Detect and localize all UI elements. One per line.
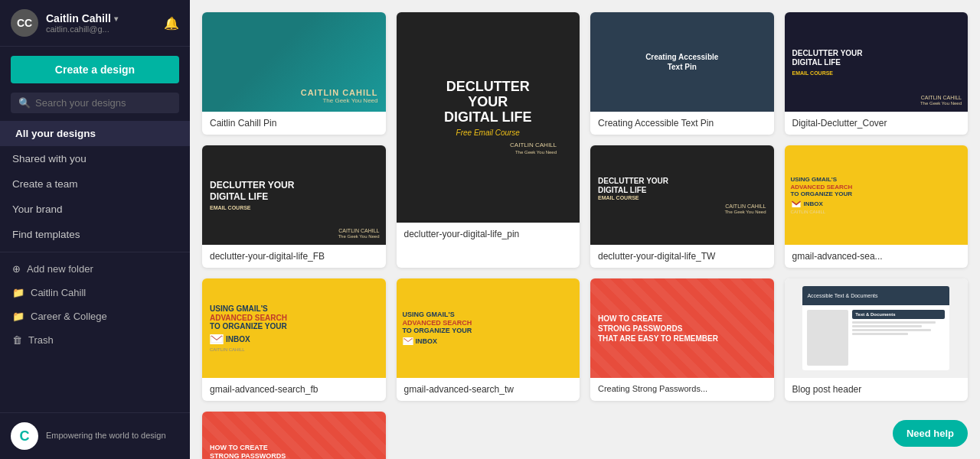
user-email: caitlin.cahill@g... — [46, 24, 158, 34]
design-card-accessible-text[interactable]: Creating AccessibleText Pin Creating Acc… — [590, 12, 774, 135]
main-content: CAITLIN CAHILL The Geek You Need Caitlin… — [190, 0, 980, 459]
sidebar-nav: All your designs Shared with you Create … — [0, 121, 190, 412]
dropdown-arrow-icon[interactable]: ▾ — [114, 15, 118, 23]
sidebar-item-caitlin-cahill[interactable]: 📁 Caitlin Cahill — [0, 281, 190, 304]
design-card-label: Creating Accessible Text Pin — [590, 112, 774, 135]
design-card-declutter-tw[interactable]: DECLUTTER YOURDIGITAL LIFE EMAIL COURSE … — [590, 145, 774, 268]
notification-bell-icon[interactable]: 🔔 — [164, 16, 179, 31]
trash-icon: 🗑 — [12, 334, 22, 346]
footer-tagline: Empowering the world to design — [46, 430, 166, 441]
sidebar-item-career-college[interactable]: 📁 Career & College — [0, 304, 190, 328]
sidebar-item-label: All your designs — [15, 128, 96, 139]
gmail-m-icon — [791, 200, 802, 208]
sidebar-item-your-brand[interactable]: Your brand — [0, 197, 190, 222]
sidebar-item-create-team[interactable]: Create a team — [0, 171, 190, 197]
gmail-m-icon — [210, 334, 224, 344]
design-card-declutter-fb[interactable]: DECLUTTER YOURDIGITAL LIFE EMAIL COURSE … — [202, 145, 386, 268]
design-card-label: Creating Strong Passwords... — [590, 378, 774, 399]
search-box[interactable]: 🔍 — [11, 93, 179, 113]
search-input[interactable] — [35, 97, 172, 109]
sidebar-item-label: Your brand — [12, 203, 63, 215]
design-card-label: gmail-advanced-search_tw — [397, 378, 580, 401]
search-icon: 🔍 — [18, 97, 31, 109]
design-card-label: gmail-advanced-sea... — [785, 245, 969, 268]
sidebar-item-label: Shared with you — [12, 153, 87, 164]
plus-circle-icon: ⊕ — [12, 263, 21, 275]
design-card-caitlin-pin[interactable]: CAITLIN CAHILL The Geek You Need Caitlin… — [202, 12, 386, 135]
sidebar-item-trash[interactable]: 🗑 Trash — [0, 328, 190, 352]
sidebar: CC Caitlin Cahill ▾ caitlin.cahill@g... … — [0, 0, 190, 459]
design-card-label: declutter-your-digital-life_TW — [590, 245, 774, 268]
sidebar-item-find-templates[interactable]: Find templates — [0, 222, 190, 247]
design-card-strong-pw2[interactable]: HOW TO CREATESTRONG PASSWORDSTHAT ARE EA… — [202, 412, 386, 459]
add-folder-button[interactable]: ⊕ Add new folder — [0, 257, 190, 281]
avatar: CC — [11, 9, 38, 37]
user-info: Caitlin Cahill ▾ caitlin.cahill@g... — [46, 12, 158, 34]
design-card-gmail-advanced[interactable]: USING GMAIL'S ADVANCED SEARCH TO ORGANIZ… — [785, 145, 969, 268]
design-card-label: gmail-advanced-search_fb — [202, 378, 386, 401]
sidebar-item-label: Create a team — [12, 178, 78, 190]
design-card-label: declutter-your-digital-life_pin — [397, 223, 580, 246]
design-card-gmail-tw[interactable]: USING GMAIL'S ADVANCED SEARCH TO ORGANIZ… — [397, 278, 580, 401]
design-card-blog-post[interactable]: Accessible Text & Documents Text & Docum… — [785, 278, 969, 401]
need-help-button[interactable]: Need help — [893, 420, 968, 447]
sidebar-header: CC Caitlin Cahill ▾ caitlin.cahill@g... … — [0, 0, 190, 47]
folder-icon: 📁 — [12, 287, 24, 298]
sidebar-item-all-designs[interactable]: All your designs — [0, 121, 190, 146]
design-card-label: Caitlin Cahill Pin — [202, 112, 386, 135]
design-card-digital-cover[interactable]: DECLUTTER YOURDIGITAL LIFE EMAIL COURSE … — [785, 12, 969, 135]
canva-logo: C — [11, 422, 38, 450]
design-card-strong-pw[interactable]: HOW TO CREATESTRONG PASSWORDSTHAT ARE EA… — [590, 278, 774, 401]
design-card-label: Blog post header — [785, 378, 969, 401]
sidebar-item-shared[interactable]: Shared with you — [0, 146, 190, 171]
design-card-gmail-fb[interactable]: USING GMAIL'S ADVANCED SEARCH TO ORGANIZ… — [202, 278, 386, 401]
design-card-label: Digital-Declutter_Cover — [785, 112, 969, 135]
folder-icon: 📁 — [12, 311, 24, 322]
gmail-m-icon — [403, 337, 413, 345]
create-design-button[interactable]: Create a design — [11, 56, 179, 83]
design-card-declutter-pin-featured[interactable]: DECLUTTERYOURDIGITAL LIFE Free Email Cou… — [397, 12, 580, 268]
designs-grid: CAITLIN CAHILL The Geek You Need Caitlin… — [202, 12, 968, 459]
sidebar-item-label: Find templates — [12, 229, 80, 240]
sidebar-footer: C Empowering the world to design — [0, 412, 190, 459]
user-name: Caitlin Cahill ▾ — [46, 12, 158, 24]
design-card-label: declutter-your-digital-life_FB — [202, 245, 386, 268]
